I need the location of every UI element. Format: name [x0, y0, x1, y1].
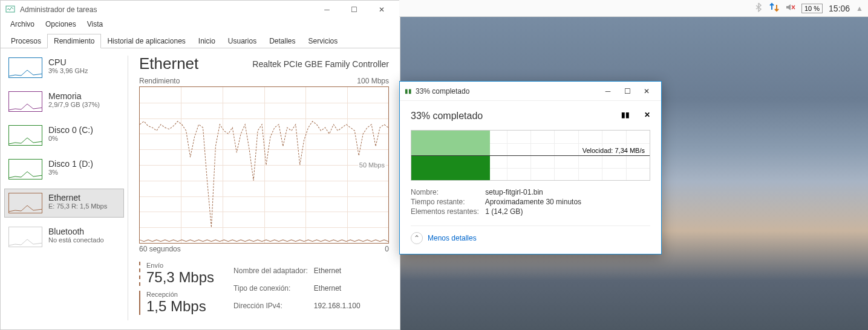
detail-value: Ethernet — [314, 280, 365, 297]
copy-titlebar: ▮▮ 33% completado ─ ☐ ✕ — [400, 82, 661, 101]
less-details-label: Menos detalles — [428, 234, 477, 242]
titlebar: Administrador de tareas ─ ☐ ✕ — [1, 1, 400, 19]
system-tray: 10 % 15:06 ▲ — [399, 0, 868, 17]
perf-main: Ethernet Realtek PCIe GBE Family Control… — [128, 48, 400, 328]
sidebar-item-memoria[interactable]: Memoria2,9/7,9 GB (37%) — [4, 87, 124, 116]
copy-title: 33% completado — [416, 87, 598, 95]
pause-button[interactable]: ▮▮ — [621, 111, 630, 119]
sidebar-thumb — [8, 91, 42, 112]
copy-progress-chart: Velocidad: 7,34 MB/s — [411, 130, 650, 181]
recv-label: Recepción — [146, 291, 214, 298]
copy-progress-icon: ▮▮ — [405, 88, 412, 94]
tabs: Procesos Rendimiento Historial de aplica… — [1, 33, 400, 48]
sidebar-item-sub: 0% — [48, 135, 93, 142]
recv-value: 1,5 Mbps — [146, 298, 214, 315]
less-details-button[interactable]: ⌃ Menos detalles — [411, 225, 650, 244]
sidebar-thumb — [8, 57, 42, 78]
copy-maximize-button[interactable]: ☐ — [618, 83, 637, 100]
detail-value: Ethernet — [314, 263, 365, 279]
tab-detalles[interactable]: Detalles — [263, 34, 302, 48]
throughput-chart: 50 Mbps — [139, 86, 389, 244]
detail-value: 192.168.1.100 — [314, 297, 365, 314]
task-manager-window: Administrador de tareas ─ ☐ ✕ Archivo Op… — [0, 0, 400, 330]
sidebar-thumb — [8, 125, 42, 146]
send-label: Envío — [146, 262, 214, 269]
copy-meta: Nombre: setup-fitgirl-01.binTiempo resta… — [411, 188, 650, 216]
sidebar-item-sub: E: 75,3 R: 1,5 Mbps — [48, 202, 107, 210]
sidebar-item-name: Disco 1 (D:) — [48, 159, 93, 169]
detail-key: Nombre del adaptador: — [233, 263, 313, 279]
tab-historial[interactable]: Historial de aplicaciones — [100, 34, 192, 48]
clock[interactable]: 15:06 — [829, 4, 850, 13]
meta-key: Elementos restantes: — [411, 207, 483, 216]
sidebar-item-name: Disco 0 (C:) — [48, 125, 93, 135]
app-icon — [5, 5, 15, 15]
adapter-name: Realtek PCIe GBE Family Controller — [252, 59, 389, 69]
menu-opciones[interactable]: Opciones — [41, 19, 81, 33]
copy-heading: 33% completado — [411, 111, 483, 121]
sidebar-item-name: Memoria — [48, 91, 100, 101]
perf-sidebar: CPU3% 3,96 GHzMemoria2,9/7,9 GB (37%)Dis… — [1, 48, 128, 328]
copy-dialog: ▮▮ 33% completado ─ ☐ ✕ 33% completado ▮… — [399, 81, 662, 254]
tab-usuarios[interactable]: Usuarios — [221, 34, 263, 48]
sidebar-item-cpu[interactable]: CPU3% 3,96 GHz — [4, 53, 124, 82]
sidebar-item-name: Bluetooth — [48, 227, 104, 236]
sidebar-thumb — [8, 227, 42, 247]
minimize-button[interactable]: ─ — [313, 1, 341, 19]
sidebar-item-sub: No está conectado — [48, 236, 104, 244]
sidebar-item-bluetooth[interactable]: BluetoothNo está conectado — [4, 222, 124, 251]
page-title: Ethernet — [139, 54, 198, 73]
volume-mute-icon[interactable] — [786, 3, 795, 13]
menu-vista[interactable]: Vista — [82, 19, 108, 33]
copy-minimize-button[interactable]: ─ — [598, 83, 618, 100]
bluetooth-icon[interactable] — [754, 2, 763, 14]
cancel-button[interactable]: ✕ — [644, 111, 650, 119]
copy-speed-label: Velocidad: 7,34 MB/s — [581, 147, 646, 154]
sidebar-item-sub: 2,9/7,9 GB (37%) — [48, 101, 100, 108]
battery-indicator[interactable]: 10 % — [801, 4, 823, 13]
maximize-button[interactable]: ☐ — [341, 1, 368, 19]
chart-label-tr: 100 Mbps — [357, 77, 389, 85]
sidebar-item-ethernet[interactable]: EthernetE: 75,3 R: 1,5 Mbps — [4, 189, 124, 218]
sidebar-thumb — [8, 159, 42, 180]
close-button[interactable]: ✕ — [368, 1, 395, 19]
meta-value: setup-fitgirl-01.bin — [485, 188, 543, 196]
chart-label-br: 0 — [385, 245, 389, 253]
tab-servicios[interactable]: Servicios — [302, 34, 345, 48]
adapter-details: Nombre del adaptador:EthernetTipo de con… — [232, 262, 367, 315]
chevron-up-icon: ⌃ — [411, 232, 423, 244]
network-icon[interactable] — [769, 2, 780, 14]
sidebar-item-sub: 3% 3,96 GHz — [48, 67, 88, 74]
meta-key: Nombre: — [411, 188, 483, 196]
detail-key: Tipo de conexión: — [233, 280, 313, 297]
send-value: 75,3 Mbps — [146, 269, 214, 286]
menu-archivo[interactable]: Archivo — [5, 19, 39, 33]
copy-close-button[interactable]: ✕ — [637, 83, 656, 100]
sidebar-item-name: Ethernet — [48, 193, 107, 202]
detail-key: Dirección IPv4: — [233, 297, 313, 314]
tab-inicio[interactable]: Inicio — [192, 34, 222, 48]
menubar: Archivo Opciones Vista — [1, 19, 400, 33]
sidebar-item-sub: 3% — [48, 169, 93, 176]
tab-procesos[interactable]: Procesos — [4, 34, 48, 48]
chart-label-bl: 60 segundos — [139, 245, 181, 253]
sidebar-item-disco1d[interactable]: Disco 1 (D:)3% — [4, 155, 124, 184]
meta-value: 1 (14,2 GB) — [485, 207, 523, 216]
chart-label-tl: Rendimiento — [139, 77, 180, 85]
sidebar-item-disco0c[interactable]: Disco 0 (C:)0% — [4, 121, 124, 150]
sidebar-thumb — [8, 193, 42, 213]
eject-icon[interactable]: ▲ — [856, 4, 863, 13]
window-title: Administrador de tareas — [20, 5, 313, 14]
meta-key: Tiempo restante: — [411, 198, 483, 206]
chart-mid-label: 50 Mbps — [358, 161, 386, 169]
tab-rendimiento[interactable]: Rendimiento — [47, 34, 101, 48]
sidebar-item-name: CPU — [48, 57, 88, 67]
meta-value: Aproximadamente 30 minutos — [485, 198, 581, 206]
